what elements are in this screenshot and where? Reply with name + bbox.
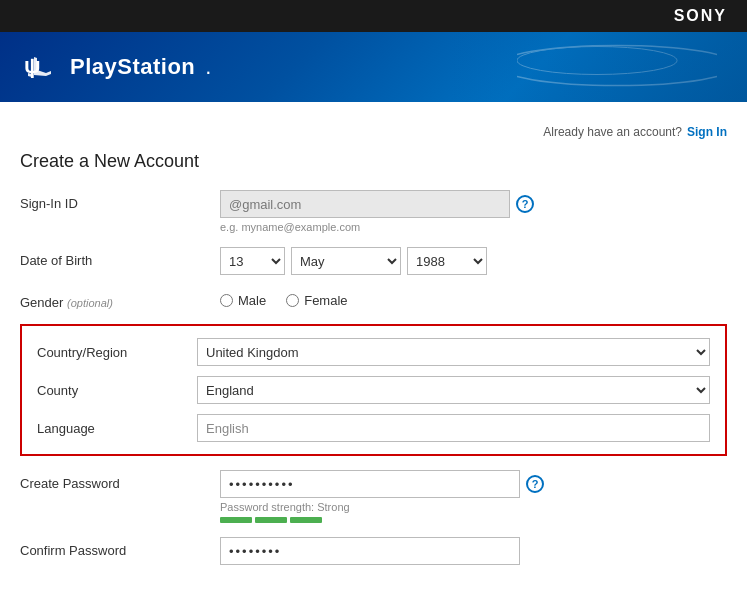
playstation-icon: ψ [20, 47, 60, 87]
county-select[interactable]: England Scotland Wales Northern Ireland [197, 376, 710, 404]
county-label: County [37, 383, 197, 398]
country-field: United Kingdom United States Germany Fra… [197, 338, 710, 366]
create-password-label: Create Password [20, 470, 220, 491]
county-row: County England Scotland Wales Northern I… [37, 376, 710, 404]
female-radio-label[interactable]: Female [286, 293, 347, 308]
sign-in-link[interactable]: Sign In [687, 125, 727, 139]
banner-decoration [517, 36, 717, 99]
create-password-row: Create Password ? Password strength: Str… [20, 470, 727, 523]
sony-bar: SONY [0, 0, 747, 32]
confirm-password-row: Confirm Password [20, 537, 727, 565]
gender-field: Male Female [220, 289, 727, 308]
brand-dot: . [205, 54, 211, 80]
confirm-password-input[interactable] [220, 537, 520, 565]
svg-point-2 [517, 47, 677, 75]
gender-options: Male Female [220, 289, 727, 308]
page-title: Create a New Account [20, 151, 727, 172]
main-content: Already have an account? Sign In Create … [0, 102, 747, 590]
strength-bars [220, 517, 727, 523]
gender-optional: (optional) [67, 297, 113, 309]
sony-logo: SONY [674, 7, 727, 25]
signin-id-input[interactable] [220, 190, 510, 218]
location-section: Country/Region United Kingdom United Sta… [20, 324, 727, 456]
account-bar: Already have an account? Sign In [20, 117, 727, 147]
strength-bar-2 [255, 517, 287, 523]
female-radio[interactable] [286, 294, 299, 307]
confirm-password-field [220, 537, 727, 565]
confirm-password-label: Confirm Password [20, 537, 220, 558]
signin-id-row: Sign-In ID ? e.g. myname@example.com [20, 190, 727, 233]
dob-year-select[interactable]: 1988 198519861987 198919901991 [407, 247, 487, 275]
female-label: Female [304, 293, 347, 308]
language-label: Language [37, 421, 197, 436]
svg-text:ψ: ψ [24, 53, 41, 78]
signin-id-field: ? e.g. myname@example.com [220, 190, 727, 233]
country-row: Country/Region United Kingdom United Sta… [37, 338, 710, 366]
dob-field: 13 12345 678910 11121415 JanuaryFebruary… [220, 247, 727, 275]
strength-bar-1 [220, 517, 252, 523]
male-label: Male [238, 293, 266, 308]
dob-row: Date of Birth 13 12345 678910 11121415 J… [20, 247, 727, 275]
strength-bar-3 [290, 517, 322, 523]
password-help-icon[interactable]: ? [526, 475, 544, 493]
create-password-input[interactable] [220, 470, 520, 498]
country-label: Country/Region [37, 345, 197, 360]
male-radio[interactable] [220, 294, 233, 307]
signin-hint: e.g. myname@example.com [220, 221, 727, 233]
existing-account-text: Already have an account? [543, 125, 682, 139]
language-field [197, 414, 710, 442]
signin-help-icon[interactable]: ? [516, 195, 534, 213]
signin-id-label: Sign-In ID [20, 190, 220, 211]
language-row: Language [37, 414, 710, 442]
county-field: England Scotland Wales Northern Ireland [197, 376, 710, 404]
ps-logo-area: ψ PlayStation. [20, 47, 211, 87]
dob-selects: 13 12345 678910 11121415 JanuaryFebruary… [220, 247, 727, 275]
country-select[interactable]: United Kingdom United States Germany Fra… [197, 338, 710, 366]
dob-month-select[interactable]: JanuaryFebruaryMarchApril MayJuneJulyAug… [291, 247, 401, 275]
male-radio-label[interactable]: Male [220, 293, 266, 308]
gender-row: Gender (optional) Male Female [20, 289, 727, 310]
create-password-input-area: ? [220, 470, 727, 498]
ps-banner: ψ PlayStation. [0, 32, 747, 102]
signin-id-input-area: ? [220, 190, 727, 218]
gender-label: Gender (optional) [20, 289, 220, 310]
brand-name: PlayStation [70, 54, 195, 80]
create-password-field: ? Password strength: Strong [220, 470, 727, 523]
dob-label: Date of Birth [20, 247, 220, 268]
svg-point-1 [517, 46, 717, 86]
dob-day-select[interactable]: 13 12345 678910 11121415 [220, 247, 285, 275]
password-strength-text: Password strength: Strong [220, 501, 727, 513]
language-input[interactable] [197, 414, 710, 442]
